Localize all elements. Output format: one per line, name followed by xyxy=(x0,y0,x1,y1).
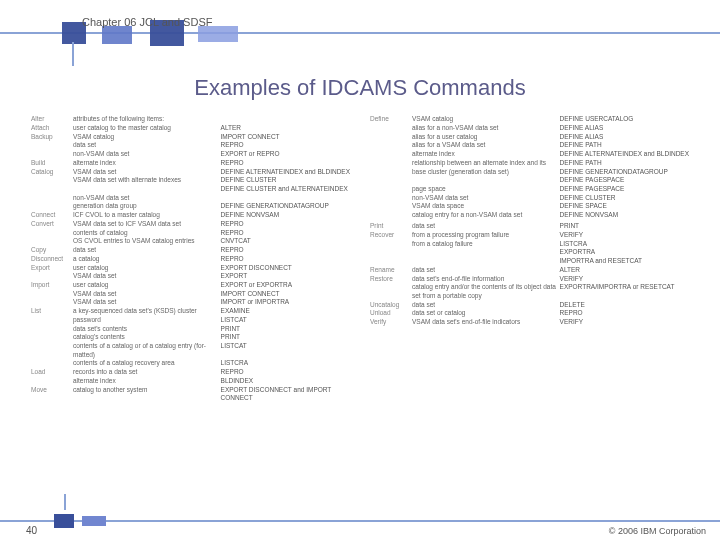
table-row: EXPORTRA xyxy=(369,248,690,257)
cmd-idcams: DEFINE PAGESPACE xyxy=(559,176,690,185)
table-row: contents of a catalog recovery areaLISTC… xyxy=(30,359,351,368)
left-table: Alterattributes of the following items:A… xyxy=(30,115,351,403)
table-row: DEFINE PAGESPACE xyxy=(369,176,690,185)
cmd-idcams: DEFINE ALIAS xyxy=(559,124,690,133)
cmd-key: Recover xyxy=(369,231,411,240)
table-row: Movecatalog to another systemEXPORT DISC… xyxy=(30,385,351,394)
cmd-desc: a key-sequenced data set's (KSDS) cluste… xyxy=(72,307,220,316)
cmd-desc: contents of a catalog recovery area xyxy=(72,359,220,368)
cmd-idcams: ALTER xyxy=(559,266,690,275)
cmd-desc: VSAM data set xyxy=(72,272,220,281)
cmd-key: Uncatalog xyxy=(369,300,411,309)
cmd-desc: from a processing program failure xyxy=(411,231,559,240)
table-row: catalog entry and/or the contents of its… xyxy=(369,283,690,292)
cmd-desc: contents of a catalog or of a catalog en… xyxy=(72,342,220,351)
cmd-idcams: CNVTCAT xyxy=(220,237,351,246)
table-row: DefineVSAM catalogDEFINE USERCATALOG xyxy=(369,115,690,124)
cmd-idcams: EXPORT or REPRO xyxy=(220,150,351,159)
cmd-desc: alternate index xyxy=(72,159,220,168)
cmd-desc: VSAM data set xyxy=(72,289,220,298)
cmd-desc: alias for a VSAM data set xyxy=(411,141,559,150)
table-row: Copydata setREPRO xyxy=(30,246,351,255)
cmd-idcams: REPRO xyxy=(220,159,351,168)
table-row: matted) xyxy=(30,350,351,359)
cmd-key xyxy=(369,292,411,301)
cmd-idcams: EXPORT DISCONNECT xyxy=(220,263,351,272)
table-row: CONNECT xyxy=(30,394,351,403)
cmd-key: Import xyxy=(30,281,72,290)
cmd-key xyxy=(369,283,411,292)
cmd-desc xyxy=(72,394,220,403)
cmd-key xyxy=(30,359,72,368)
cmd-key xyxy=(30,377,72,386)
table-row: VSAM data setIMPORT or IMPORTRA xyxy=(30,298,351,307)
cmd-desc: non-VSAM data set xyxy=(72,193,220,202)
cmd-idcams: DEFINE CLUSTER xyxy=(220,176,351,185)
cmd-key xyxy=(369,257,411,266)
cmd-key: Print xyxy=(369,222,411,231)
cmd-idcams: EXPORT or EXPORTRA xyxy=(220,281,351,290)
cmd-idcams: EXPORTRA xyxy=(559,248,690,257)
table-row: contents of a catalog or of a catalog en… xyxy=(30,342,351,351)
cmd-desc: VSAM catalog xyxy=(72,132,220,141)
table-row: Lista key-sequenced data set's (KSDS) cl… xyxy=(30,307,351,316)
cmd-idcams: EXPORTRA/IMPORTRA or RESETCAT xyxy=(559,283,690,292)
table-row: page spaceDEFINE PAGESPACE xyxy=(369,185,690,194)
cmd-idcams: LISTCAT xyxy=(220,316,351,325)
table-row: non-VSAM data setEXPORT or REPRO xyxy=(30,150,351,159)
table-row: CatalogVSAM data setDEFINE ALTERNATEINDE… xyxy=(30,167,351,176)
cmd-desc: alias for a non-VSAM data set xyxy=(411,124,559,133)
cmd-key xyxy=(369,185,411,194)
cmd-desc xyxy=(411,248,559,257)
right-column: DefineVSAM catalogDEFINE USERCATALOGalia… xyxy=(369,115,690,490)
cmd-desc: contents of catalog xyxy=(72,228,220,237)
table-row: Uncatalogdata setDELETE xyxy=(369,300,690,309)
cmd-desc xyxy=(72,185,220,194)
cmd-idcams: DEFINE USERCATALOG xyxy=(559,115,690,124)
page-number: 40 xyxy=(26,525,37,536)
cmd-idcams xyxy=(220,193,351,202)
cmd-key xyxy=(369,124,411,133)
cmd-key xyxy=(30,394,72,403)
cmd-key xyxy=(30,289,72,298)
table-row: generation data groupDEFINE GENERATIONDA… xyxy=(30,202,351,211)
cmd-key: Verify xyxy=(369,318,411,327)
cmd-key: Unload xyxy=(369,309,411,318)
cmd-idcams: VERIFY xyxy=(559,231,690,240)
cmd-key: Copy xyxy=(30,246,72,255)
cmd-desc: catalog to another system xyxy=(72,385,220,394)
cmd-key xyxy=(30,150,72,159)
cmd-idcams xyxy=(559,292,690,301)
cmd-key xyxy=(30,185,72,194)
cmd-desc xyxy=(411,257,559,266)
cmd-desc: data set xyxy=(411,300,559,309)
cmd-desc: VSAM data set with alternate indexes xyxy=(72,176,220,185)
cmd-idcams: BLDINDEX xyxy=(220,377,351,386)
table-row: BackupVSAM catalogIMPORT CONNECT xyxy=(30,132,351,141)
cmd-idcams xyxy=(220,115,351,124)
cmd-desc: VSAM data space xyxy=(411,202,559,211)
cmd-key: Disconnect xyxy=(30,255,72,264)
cmd-desc: VSAM data set to ICF VSAM data set xyxy=(72,220,220,229)
cmd-key: Backup xyxy=(30,132,72,141)
cmd-idcams: DEFINE ALIAS xyxy=(559,132,690,141)
cmd-idcams: CONNECT xyxy=(220,394,351,403)
table-row: IMPORTRA and RESETCAT xyxy=(369,257,690,266)
table-row: set from a portable copy xyxy=(369,292,690,301)
cmd-desc: catalog's contents xyxy=(72,333,220,342)
cmd-key: Convert xyxy=(30,220,72,229)
cmd-idcams: DEFINE PATH xyxy=(559,141,690,150)
table-row: base cluster (generation data set)DEFINE… xyxy=(369,167,690,176)
cmd-idcams: REPRO xyxy=(220,255,351,264)
cmd-desc: user catalog xyxy=(72,281,220,290)
cmd-idcams: REPRO xyxy=(220,246,351,255)
cmd-key xyxy=(30,333,72,342)
table-row: ConvertVSAM data set to ICF VSAM data se… xyxy=(30,220,351,229)
table-row: non-VSAM data setDEFINE CLUSTER xyxy=(369,193,690,202)
footer-decoration xyxy=(0,518,720,524)
cmd-key xyxy=(30,202,72,211)
table-row: relationship between an alternate index … xyxy=(369,159,690,168)
right-table: DefineVSAM catalogDEFINE USERCATALOGalia… xyxy=(369,115,690,327)
table-row: Restoredata set's end-of-file informatio… xyxy=(369,274,690,283)
cmd-idcams: IMPORT CONNECT xyxy=(220,132,351,141)
